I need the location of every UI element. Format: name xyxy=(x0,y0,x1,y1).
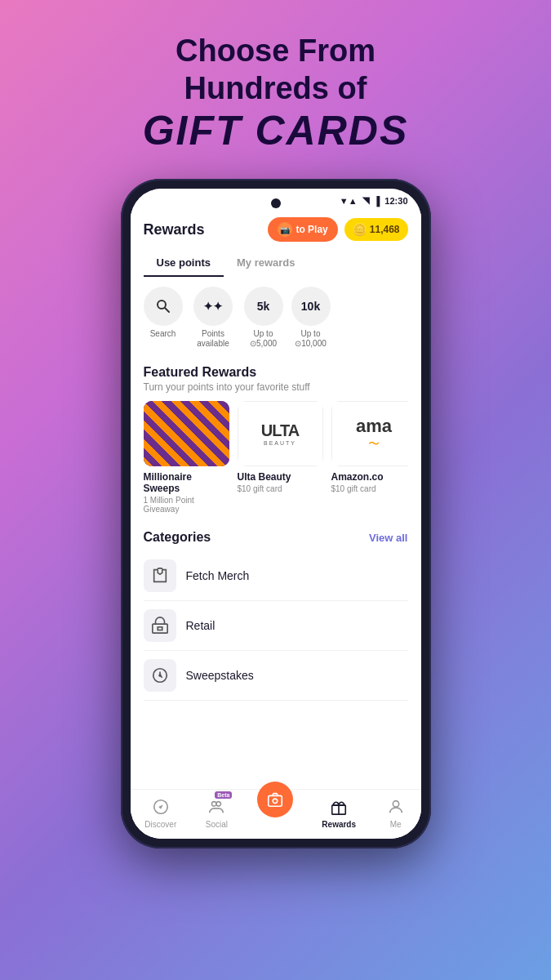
filter-search[interactable]: Search xyxy=(144,287,183,349)
10k-label: Up to⊙10,000 xyxy=(295,329,327,349)
ulta-name: Ulta Beauty xyxy=(238,471,323,483)
amazon-img: ama 〜 xyxy=(331,401,408,466)
millionaire-img xyxy=(144,401,229,466)
bottom-nav: Discover Beta Social xyxy=(131,789,421,839)
card-image-millionaire xyxy=(144,401,229,466)
category-sweepstakes[interactable]: Sweepstakes xyxy=(144,651,408,701)
card-image-ulta: ULTA BEAUTY xyxy=(238,401,323,466)
ulta-img: ULTA BEAUTY xyxy=(238,401,323,466)
ulta-inner: ULTA BEAUTY xyxy=(261,421,299,446)
social-icon: Beta xyxy=(206,796,227,817)
category-fetch-merch[interactable]: Fetch Merch xyxy=(144,551,408,601)
rewards-label: Rewards xyxy=(322,820,356,829)
battery-icon: ▐ xyxy=(374,196,380,206)
phone-mockup: ▼▲ ◥ ▐ 12:30 Rewards 📷 to Play 🪙 11,468 xyxy=(121,179,431,849)
categories-header: Categories View all xyxy=(144,530,408,545)
filter-5k[interactable]: 5k Up to⊙5,000 xyxy=(244,287,283,349)
phone-screen: ▼▲ ◥ ▐ 12:30 Rewards 📷 to Play 🪙 11,468 xyxy=(131,189,421,839)
wifi-icon: ◥ xyxy=(362,195,369,206)
rewards-icon xyxy=(328,796,349,817)
to-play-label: to Play xyxy=(295,224,327,235)
headline-line1: Choose From xyxy=(143,33,409,70)
ulta-desc: $10 gift card xyxy=(238,484,323,493)
amazon-name: Amazon.co xyxy=(331,471,408,483)
5k-circle: 5k xyxy=(244,287,283,326)
view-all-button[interactable]: View all xyxy=(369,532,407,544)
time-display: 12:30 xyxy=(384,196,407,206)
svg-point-8 xyxy=(216,802,221,807)
header-right: 📷 to Play 🪙 11,468 xyxy=(268,217,407,242)
svg-rect-2 xyxy=(152,624,167,633)
to-play-icon: 📷 xyxy=(278,222,292,237)
camera-notch xyxy=(271,198,281,208)
beta-badge: Beta xyxy=(215,791,232,799)
retail-label: Retail xyxy=(186,619,216,632)
filter-row: Search ✦✦ Points available 5k Up to⊙5,00… xyxy=(131,277,421,359)
sweepstakes-icon xyxy=(144,659,176,692)
filter-points-available[interactable]: ✦✦ Points available xyxy=(191,287,236,349)
me-label: Me xyxy=(390,820,402,829)
ulta-logo-text: ULTA xyxy=(261,421,299,440)
millionaire-name: Millionaire Sweeps xyxy=(144,471,229,494)
retail-icon xyxy=(144,609,176,642)
points-badge: 🪙 11,468 xyxy=(344,218,408,241)
amazon-logo-text: ama xyxy=(356,416,392,437)
amazon-desc: $10 gift card xyxy=(331,484,408,493)
category-retail[interactable]: Retail xyxy=(144,601,408,651)
reward-cards-row: Millionaire Sweeps 1 Million Point Givea… xyxy=(144,401,408,514)
amazon-inner: ama 〜 xyxy=(356,416,392,452)
featured-subtitle: Turn your points into your favorite stuf… xyxy=(144,381,408,393)
millionaire-desc: 1 Million Point Giveaway xyxy=(144,496,229,514)
tab-use-points[interactable]: Use points xyxy=(144,250,224,277)
app-content: Rewards 📷 to Play 🪙 11,468 Use points xyxy=(131,209,421,839)
social-label: Social xyxy=(206,820,228,829)
app-header: Rewards 📷 to Play 🪙 11,468 xyxy=(131,209,421,242)
to-play-button[interactable]: 📷 to Play xyxy=(268,217,337,242)
tab-my-rewards[interactable]: My rewards xyxy=(224,250,309,277)
nav-rewards[interactable]: Rewards xyxy=(322,796,356,829)
filter-10k[interactable]: 10k Up to⊙10,000 xyxy=(291,287,331,349)
camera-icon xyxy=(257,782,293,817)
fetch-merch-label: Fetch Merch xyxy=(186,569,250,582)
points-value: 11,468 xyxy=(370,224,400,235)
categories-title: Categories xyxy=(144,530,211,545)
svg-rect-9 xyxy=(268,796,282,807)
signal-icon: ▼▲ xyxy=(340,196,358,206)
nav-me[interactable]: Me xyxy=(385,796,407,829)
fetch-merch-icon xyxy=(144,559,176,592)
svg-point-12 xyxy=(393,801,398,807)
headline-area: Choose From Hundreds of GIFT CARDS xyxy=(127,0,425,171)
svg-line-1 xyxy=(165,308,169,312)
page-title: Rewards xyxy=(144,221,205,238)
headline-line2: Hundreds of xyxy=(143,70,409,108)
tabs-container: Use points My rewards xyxy=(131,242,421,277)
ulta-sub-text: BEAUTY xyxy=(264,440,296,446)
svg-point-5 xyxy=(159,675,161,676)
card-ulta[interactable]: ULTA BEAUTY Ulta Beauty $10 gift card xyxy=(238,401,323,514)
coin-icon: 🪙 xyxy=(353,223,367,236)
5k-label: Up to⊙5,000 xyxy=(250,329,277,349)
discover-label: Discover xyxy=(144,820,176,829)
nav-social[interactable]: Beta Social xyxy=(206,796,228,829)
nav-camera[interactable] xyxy=(257,796,293,829)
card-millionaire[interactable]: Millionaire Sweeps 1 Million Point Givea… xyxy=(144,401,229,514)
me-icon xyxy=(385,796,407,817)
svg-point-10 xyxy=(273,799,278,804)
nav-discover[interactable]: Discover xyxy=(144,796,176,829)
search-label: Search xyxy=(150,329,176,339)
featured-section: Featured Rewards Turn your points into y… xyxy=(131,359,421,517)
svg-rect-3 xyxy=(158,627,162,630)
amazon-smile-icon: 〜 xyxy=(368,437,380,452)
sweepstakes-label: Sweepstakes xyxy=(186,669,254,682)
featured-title: Featured Rewards xyxy=(144,365,408,380)
discover-icon xyxy=(150,796,171,817)
categories-section: Categories View all Fetch Merch xyxy=(131,520,421,704)
points-avail-label: Points available xyxy=(191,329,236,349)
svg-point-7 xyxy=(212,802,217,807)
card-image-amazon: ama 〜 xyxy=(331,401,408,466)
points-avail-circle: ✦✦ xyxy=(193,287,233,326)
10k-circle: 10k xyxy=(291,287,331,326)
search-circle xyxy=(144,287,183,326)
card-amazon[interactable]: ama 〜 Amazon.co $10 gift card xyxy=(331,401,408,514)
headline-line3: GIFT CARDS xyxy=(143,107,409,154)
